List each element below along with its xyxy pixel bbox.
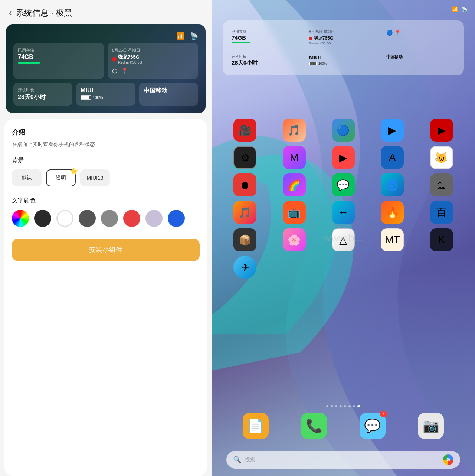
app-grid: 🎥 🎵 🔵 ▶ ▶ ⚙ M ▶ A 😺 ⏺ 🌈 💬 🌀 🗂 🎵 📺 ↔ 🔥 百 … bbox=[219, 119, 468, 279]
app-icon-music[interactable]: 🎵 bbox=[283, 119, 306, 142]
location-icon: 📍 bbox=[121, 67, 128, 75]
back-button[interactable]: ‹ bbox=[9, 8, 12, 18]
app-icon-music2[interactable]: 🎵 bbox=[233, 201, 256, 224]
rw-date-label: 8月25日 星期日 bbox=[309, 29, 378, 34]
app-icon-app17[interactable]: 📺 bbox=[283, 201, 306, 224]
app-icon-video[interactable]: 🎥 bbox=[233, 119, 256, 142]
rw-storage-value: 74GB bbox=[232, 34, 300, 41]
rw-storage-cell: 已用存储 74GB bbox=[229, 26, 303, 48]
color-blue[interactable] bbox=[168, 210, 185, 227]
app-icon-app21[interactable]: 📦 bbox=[233, 228, 256, 251]
app-icon-app7[interactable]: M bbox=[283, 146, 306, 169]
widget-row2: 开机时长 28天0小时 MIUI 100% 中国移动 bbox=[13, 83, 198, 106]
widget-uptime-cell: 开机时长 28天0小时 bbox=[13, 83, 72, 106]
color-rainbow[interactable] bbox=[12, 210, 29, 227]
rw-date-cell: 8月25日 星期日 骁龙765G Redmi K30 5G bbox=[306, 26, 381, 48]
bg-option-miui13[interactable]: MIUI13 bbox=[80, 169, 110, 186]
app-icon-app6[interactable]: ⚙ bbox=[233, 146, 256, 169]
dock-files[interactable]: 📄 bbox=[243, 413, 269, 439]
app-icon-app10[interactable]: 😺 bbox=[430, 146, 453, 169]
dock-files-icon: 📄 bbox=[247, 418, 264, 434]
color-dark[interactable] bbox=[34, 210, 51, 227]
settings-card: 介绍 在桌面上实时查看你手机的各种状态 背景 默认 ⭐ 透明 MIUI13 文字… bbox=[4, 119, 207, 476]
app-icon-app8[interactable]: ▶ bbox=[332, 146, 355, 169]
app-icon-app15[interactable]: 🗂 bbox=[430, 173, 453, 196]
rw-icons-cell: 🔵 📍 bbox=[383, 26, 458, 48]
app-icon-app14[interactable]: 🌀 bbox=[381, 173, 404, 196]
app-icon-app24[interactable]: MT bbox=[381, 228, 404, 251]
header: ‹ 系统信息 · 极黑 bbox=[0, 0, 212, 24]
rw-location-icon: 📍 bbox=[394, 30, 401, 36]
rw-bt-icon: 🔵 bbox=[386, 30, 393, 36]
intro-title: 介绍 bbox=[12, 128, 200, 137]
rw-uptime-value: 28天0小时 bbox=[232, 59, 300, 66]
app-icon-baidu[interactable]: 百 bbox=[430, 201, 453, 224]
dock: 📄 📞 💬 7 📷 bbox=[226, 413, 460, 439]
bg-option-default[interactable]: 默认 bbox=[12, 169, 42, 186]
page-title: 系统信息 · 极黑 bbox=[16, 7, 72, 19]
app-icon-youtube[interactable]: ▶ bbox=[430, 119, 453, 142]
bg-option-transparent[interactable]: ⭐ 透明 bbox=[46, 169, 76, 186]
storage-label: 已用存储 bbox=[18, 47, 99, 53]
app-icon-app12[interactable]: 🌈 bbox=[283, 173, 306, 196]
color-red[interactable] bbox=[123, 210, 140, 227]
app-icon-app25[interactable]: K bbox=[430, 228, 453, 251]
battery-label: 100% bbox=[92, 95, 103, 100]
right-widget: 已用存储 74GB 8月25日 星期日 骁龙765G Redmi K30 5G … bbox=[223, 20, 464, 75]
wifi-status-icon: 📶 bbox=[452, 6, 458, 12]
rw-battery-label: 100% bbox=[318, 62, 327, 65]
app-icon-app3[interactable]: 🔵 bbox=[332, 119, 355, 142]
snapdragon-dot bbox=[112, 57, 117, 62]
rw-carrier-cell: 中国移动 bbox=[383, 51, 458, 69]
dock-camera-icon: 📷 bbox=[423, 418, 439, 434]
left-panel: ‹ 系统信息 · 极黑 📶 📡 已用存储 74GB 8月25日 星期日 骁龙76… bbox=[0, 0, 212, 476]
search-bar[interactable]: 🔍 搜索 G bbox=[226, 451, 460, 469]
dot-6 bbox=[348, 405, 351, 407]
storage-bar bbox=[18, 62, 40, 64]
messages-badge: 7 bbox=[380, 411, 387, 417]
rw-uptime-label: 开机时长 bbox=[232, 54, 300, 59]
color-white[interactable] bbox=[56, 210, 73, 227]
app-icon-app9[interactable]: A bbox=[381, 146, 404, 169]
app-icon-app4[interactable]: ▶ bbox=[381, 119, 404, 142]
right-panel: 📶 📡 已用存储 74GB 8月25日 星期日 骁龙765G Redmi K30… bbox=[212, 0, 475, 476]
background-label: 背景 bbox=[12, 156, 200, 164]
dock-messages-icon: 💬 bbox=[364, 418, 381, 434]
search-icon: 🔍 bbox=[233, 456, 241, 464]
uptime-value: 28天0小时 bbox=[18, 93, 68, 101]
battery-bar bbox=[81, 95, 91, 100]
app-icon-wechat[interactable]: 💬 bbox=[332, 173, 355, 196]
app-icon-app18[interactable]: ↔ bbox=[332, 201, 355, 224]
app-icon-app26[interactable]: ✈ bbox=[233, 256, 256, 279]
intro-desc: 在桌面上实时查看你手机的各种状态 bbox=[12, 141, 200, 148]
color-options bbox=[12, 210, 200, 227]
wifi-icon: 📶 bbox=[177, 32, 185, 40]
app-icon-app23[interactable]: △ bbox=[332, 228, 355, 251]
widget-date-cell: 8月25日 星期日 骁龙765G Redmi K30 5G ⬡ 📍 bbox=[108, 43, 198, 79]
carrier-label: 中国移动 bbox=[144, 87, 194, 95]
rw-snapdragon-sub: Redmi K30 5G bbox=[309, 42, 378, 45]
search-placeholder: 搜索 bbox=[245, 456, 439, 463]
install-button[interactable]: 安装小组件 bbox=[12, 239, 200, 261]
rw-carrier-label: 中国移动 bbox=[386, 54, 455, 60]
app-icon-app19[interactable]: 🔥 bbox=[381, 201, 404, 224]
dock-messages[interactable]: 💬 7 bbox=[360, 413, 386, 439]
dock-camera[interactable]: 📷 bbox=[418, 413, 444, 439]
dock-phone-icon: 📞 bbox=[306, 418, 322, 434]
color-lavender[interactable] bbox=[145, 210, 163, 227]
color-gray2[interactable] bbox=[101, 210, 118, 227]
dot-8-active bbox=[357, 405, 360, 407]
rw-snapdragon-label: 骁龙765G bbox=[314, 35, 333, 42]
star-icon: ⭐ bbox=[70, 167, 78, 175]
bluetooth-icon: ⬡ bbox=[112, 67, 117, 75]
color-gray1[interactable] bbox=[79, 210, 96, 227]
widget-carrier-cell: 中国移动 bbox=[139, 83, 198, 106]
snapdragon-name: 骁龙765G bbox=[118, 54, 142, 60]
app-icon-app22[interactable]: 🌸 bbox=[283, 228, 306, 251]
dock-phone[interactable]: 📞 bbox=[301, 413, 327, 439]
widget-storage-cell: 已用存储 74GB bbox=[13, 43, 104, 79]
bg-default-label: 默认 bbox=[22, 175, 32, 181]
app-icon-record[interactable]: ⏺ bbox=[233, 173, 256, 196]
dot-2 bbox=[331, 405, 333, 407]
text-color-label: 文字颜色 bbox=[12, 197, 200, 205]
